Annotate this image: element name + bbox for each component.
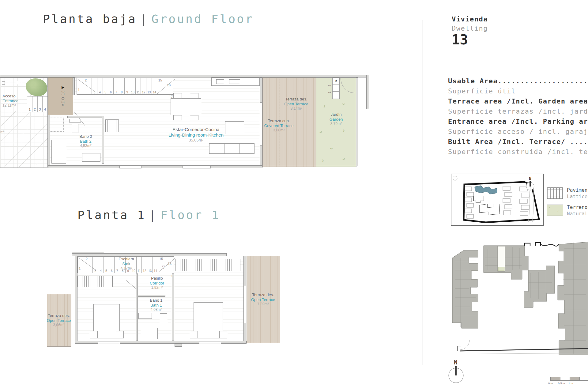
- slope-arrow-icon: ›: [318, 129, 324, 135]
- slope-arrow-icon: ›: [322, 157, 324, 163]
- entrance-strip: ADO 13 ▶: [48, 77, 73, 115]
- nightstand: [116, 331, 124, 338]
- parking-cell-number: 4: [42, 96, 47, 112]
- bath1-wall-top: [138, 295, 165, 297]
- room-label-stair: Escalera Stair 4,17m²: [109, 257, 144, 271]
- scale-segment: [580, 377, 588, 381]
- scale-segment: [560, 377, 570, 381]
- room-area: 4,08m²: [143, 307, 170, 312]
- terrace-bottom-line: [262, 166, 358, 166]
- room-label-bath2: Baño 2 Bath 2 4,53m²: [69, 134, 103, 148]
- parking-cell-number: 3: [37, 96, 43, 112]
- toilet: [72, 124, 78, 133]
- unit-label-es: Vivienda: [452, 15, 488, 23]
- room-area: 3,06m²: [46, 323, 72, 327]
- legend-row-natural: › › Terreno natural Natural ground: [547, 204, 588, 221]
- stair-tread-number: 8: [119, 78, 124, 94]
- highlighted-building: [475, 186, 497, 194]
- title-separator: |: [137, 12, 152, 26]
- room-name-es: Terraza cub.: [260, 119, 298, 123]
- legend-labels: Pavimento Lattice pavement: [567, 187, 588, 200]
- nightstand: [219, 331, 227, 338]
- wall-top: [72, 253, 227, 256]
- sofa: [209, 143, 254, 154]
- section-divider: [423, 20, 423, 365]
- slope-arrow-icon: ›: [343, 127, 345, 133]
- under-stair-closet: [50, 118, 64, 132]
- room-area: 4,53m²: [69, 144, 103, 148]
- appliance-unit: [105, 119, 119, 132]
- room-name-es: Acceso: [2, 94, 31, 99]
- room-area: 4,17m²: [109, 266, 144, 270]
- entry-step-number: 1: [328, 92, 331, 93]
- floorplan-sheet: { "colors": { "accent_teal": "#3fa3b5", …: [0, 0, 588, 392]
- window: [98, 341, 120, 344]
- slope-arrow-icon: ›: [556, 210, 560, 212]
- room-name-en: Entrance: [2, 99, 31, 104]
- room-name-es: Pasillo: [144, 276, 170, 281]
- slope-arrow-icon: ›: [549, 205, 550, 209]
- slope-arrow-icon: ›: [341, 103, 347, 105]
- room-label-covered-terrace: Terraza cub. Covered Terrace 3,08m²: [260, 119, 298, 133]
- ado-13-text: ADO 13: [61, 90, 65, 106]
- gate-line: [5, 83, 25, 83]
- title-es: Planta baja: [43, 12, 137, 26]
- minimap-north-icon: N: [526, 176, 534, 191]
- kitchen-island: [225, 121, 244, 134]
- cabinet: [51, 140, 66, 164]
- room-name-en: Open Terrace: [247, 297, 279, 302]
- ground-floor-plan: Acceso Entrance 12,11m² 1234 0m² ADO 13 …: [0, 75, 369, 168]
- room-label-terrace-right: Terraza des. Open Terrace 7,39m²: [247, 292, 279, 307]
- slope-arrow-icon: ›: [341, 156, 347, 162]
- floor1-plan: 2 1 34567891011121314 15 16 ▽ 17 Escaler…: [46, 252, 285, 358]
- window: [119, 166, 141, 168]
- parking-step-cells: 1234: [27, 96, 48, 112]
- garden-wall-right: [356, 77, 358, 166]
- sofa-seam: [224, 144, 224, 153]
- entry-steps: ▲: [332, 77, 340, 99]
- room-area: 3,08m²: [260, 128, 298, 132]
- scale-label: 1 m: [568, 382, 573, 385]
- ground-floor-title: Planta baja|Ground Floor: [43, 12, 254, 26]
- stair-tread-number: 6: [108, 78, 113, 94]
- stair-tread-number: 3: [92, 78, 97, 94]
- svg-text:N: N: [529, 176, 531, 181]
- stair-tread-number: 13: [146, 78, 152, 94]
- room-area: 1,92m²: [144, 285, 170, 290]
- stair-tread-number: 7: [113, 78, 119, 94]
- room-area: 12,11m²: [2, 103, 31, 107]
- bed: [194, 302, 223, 338]
- scale-segment: [550, 377, 560, 381]
- nightstand: [90, 331, 98, 338]
- scale-label: 0 m: [548, 382, 553, 385]
- info-line-en: Built Area /Incl. Terrace/ .............…: [448, 137, 588, 147]
- legend-labels: Terreno natural Natural ground: [567, 204, 588, 217]
- legend-label-es: Terreno natural: [567, 204, 588, 210]
- step-line: [333, 85, 339, 85]
- site-location-map-drawing: N: [451, 174, 543, 225]
- room-name-es: Baño 1: [143, 298, 170, 303]
- ground-stair: 2 1 34567891011121314 15 16: [77, 78, 173, 95]
- stair-treads: 34567891011121314: [92, 78, 157, 94]
- stair-number: 2: [86, 257, 88, 261]
- info-line-es: Superficie construida /incl. terrazas/: [448, 147, 588, 157]
- room-name-en: Bath 1: [143, 303, 170, 308]
- entry-direction-arrow-icon: ▲: [334, 78, 338, 82]
- parking-cell-number: 2: [32, 96, 37, 112]
- window: [199, 341, 221, 344]
- parking-cell-number: 1: [27, 96, 32, 112]
- room-name-en: Corridor: [144, 281, 170, 286]
- legend-label-en: Natural ground: [567, 210, 588, 217]
- entrance-arrow-icon: ▶: [62, 85, 65, 89]
- stair-number: 2: [85, 78, 87, 82]
- room-area: 8,79m²: [320, 122, 352, 126]
- wall-bed2-bath: [136, 273, 138, 341]
- stair-down-arrow-icon: ▽: [162, 265, 165, 269]
- stair-tread-number: 14: [153, 257, 158, 273]
- north-label: N: [454, 359, 457, 366]
- room-name-es: Escalera: [109, 257, 144, 262]
- room-label-terrace-left: Terraza des. Open Terrace 3,06m²: [46, 313, 72, 327]
- site-plan-drawing: [451, 236, 588, 355]
- toilet: [160, 313, 167, 323]
- room-name-es: Estar-Comedor-Cocina: [167, 127, 225, 132]
